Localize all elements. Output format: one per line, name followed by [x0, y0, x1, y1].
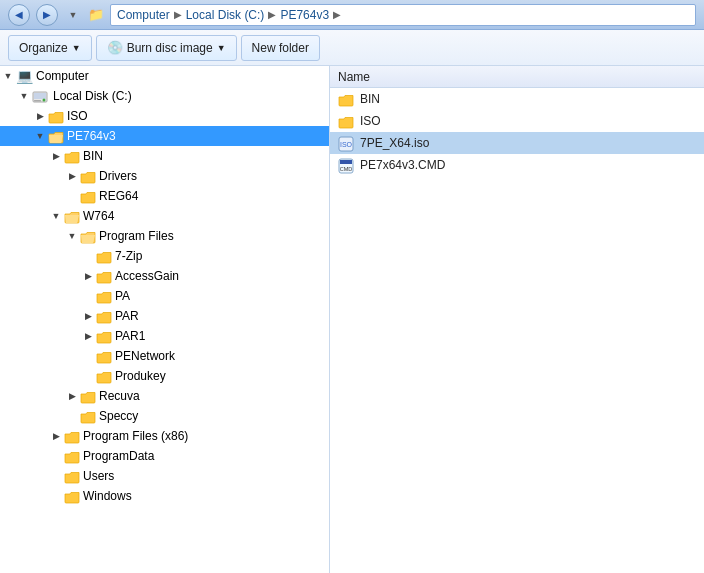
tree-item-iso[interactable]: ▶ ISO: [0, 106, 329, 126]
folder-icon-computer: 💻: [16, 68, 33, 84]
tree-item-par1[interactable]: ▶ PAR1: [0, 326, 329, 346]
svg-text:CMD: CMD: [340, 166, 353, 172]
expand-btn-par1[interactable]: ▶: [80, 328, 96, 344]
dropdown-arrow[interactable]: ▼: [64, 6, 82, 24]
tree-label-local-disk: Local Disk (C:): [53, 89, 132, 103]
file-item-3[interactable]: CMD PE7x64v3.CMD: [330, 154, 704, 176]
expand-btn-program-files[interactable]: ▼: [64, 228, 80, 244]
file-name-3: PE7x64v3.CMD: [360, 158, 445, 172]
tree-item-produkey[interactable]: Produkey: [0, 366, 329, 386]
tree-item-local-disk[interactable]: ▼ Local Disk (C:): [0, 86, 329, 106]
tree-item-program-files[interactable]: ▼ Program Files: [0, 226, 329, 246]
breadcrumb-computer[interactable]: Computer: [117, 8, 170, 22]
folder-icon-w764: [64, 208, 80, 224]
file-item-1[interactable]: ISO: [330, 110, 704, 132]
tree-label-iso: ISO: [67, 109, 88, 123]
tree-item-7zip[interactable]: 7-Zip: [0, 246, 329, 266]
tree-item-users[interactable]: Users: [0, 466, 329, 486]
folder-icon-users: [64, 468, 80, 484]
breadcrumb-pe764v3[interactable]: PE764v3: [280, 8, 329, 22]
breadcrumb-local-disk[interactable]: Local Disk (C:): [186, 8, 265, 22]
tree-label-w764: W764: [83, 209, 114, 223]
sep1: ▶: [174, 9, 182, 20]
tree-item-bin[interactable]: ▶ BIN: [0, 146, 329, 166]
file-panel: Name BIN ISO ISO 7PE_X64.iso CMD PE7x64v…: [330, 66, 704, 573]
new-folder-button[interactable]: New folder: [241, 35, 320, 61]
tree-item-windows[interactable]: Windows: [0, 486, 329, 506]
back-button[interactable]: ◀: [8, 4, 30, 26]
tree-item-pe764v3[interactable]: ▼ PE764v3: [0, 126, 329, 146]
folder-icon-programdata: [64, 448, 80, 464]
file-name-2: 7PE_X64.iso: [360, 136, 429, 150]
tree-label-windows: Windows: [83, 489, 132, 503]
tree-label-par1: PAR1: [115, 329, 145, 343]
tree-label-computer: Computer: [36, 69, 89, 83]
address-folder-icon: 📁: [88, 7, 104, 22]
tree-item-pa[interactable]: PA: [0, 286, 329, 306]
organize-button[interactable]: Organize ▼: [8, 35, 92, 61]
tree-item-par[interactable]: ▶ PAR: [0, 306, 329, 326]
tree-label-recuva: Recuva: [99, 389, 140, 403]
tree-label-7zip: 7-Zip: [115, 249, 142, 263]
folder-icon-program-files-x86: [64, 428, 80, 444]
folder-icon-accessgain: [96, 268, 112, 284]
burn-label: Burn disc image: [127, 41, 213, 55]
file-col-header: Name: [330, 66, 704, 88]
tree-panel: ▼💻Computer▼ Local Disk (C:)▶ ISO▼ PE764v…: [0, 66, 330, 573]
tree-item-w764[interactable]: ▼ W764: [0, 206, 329, 226]
file-name-0: BIN: [360, 92, 380, 106]
tree-item-accessgain[interactable]: ▶ AccessGain: [0, 266, 329, 286]
organize-label: Organize: [19, 41, 68, 55]
expand-btn-program-files-x86[interactable]: ▶: [48, 428, 64, 444]
folder-icon-drivers: [80, 168, 96, 184]
tree-item-speccy[interactable]: Speccy: [0, 406, 329, 426]
folder-icon-pa: [96, 288, 112, 304]
file-item-2[interactable]: ISO 7PE_X64.iso: [330, 132, 704, 154]
tree-label-accessgain: AccessGain: [115, 269, 179, 283]
expand-btn-local-disk[interactable]: ▼: [16, 88, 32, 104]
toolbar: Organize ▼ 💿 Burn disc image ▼ New folde…: [0, 30, 704, 66]
expand-btn-drivers[interactable]: ▶: [64, 168, 80, 184]
new-folder-label: New folder: [252, 41, 309, 55]
tree-item-programdata[interactable]: ProgramData: [0, 446, 329, 466]
tree-label-program-files: Program Files: [99, 229, 174, 243]
burn-button[interactable]: 💿 Burn disc image ▼: [96, 35, 237, 61]
svg-text:ISO: ISO: [340, 141, 353, 148]
svg-point-2: [43, 98, 46, 101]
folder-icon-program-files: [80, 228, 96, 244]
tree-item-reg64[interactable]: REG64: [0, 186, 329, 206]
tree-label-reg64: REG64: [99, 189, 138, 203]
tree-label-users: Users: [83, 469, 114, 483]
folder-icon-penetwork: [96, 348, 112, 364]
folder-icon-iso: [48, 108, 64, 124]
tree-item-computer[interactable]: ▼💻Computer: [0, 66, 329, 86]
tree-label-program-files-x86: Program Files (x86): [83, 429, 188, 443]
expand-btn-bin[interactable]: ▶: [48, 148, 64, 164]
sep3: ▶: [333, 9, 341, 20]
tree-item-drivers[interactable]: ▶ Drivers: [0, 166, 329, 186]
expand-btn-w764[interactable]: ▼: [48, 208, 64, 224]
expand-btn-pe764v3[interactable]: ▼: [32, 128, 48, 144]
file-name-1: ISO: [360, 114, 381, 128]
tree-item-program-files-x86[interactable]: ▶ Program Files (x86): [0, 426, 329, 446]
svg-rect-1: [34, 93, 46, 99]
expand-btn-par[interactable]: ▶: [80, 308, 96, 324]
expand-btn-recuva[interactable]: ▶: [64, 388, 80, 404]
folder-icon-produkey: [96, 368, 112, 384]
main-area: ▼💻Computer▼ Local Disk (C:)▶ ISO▼ PE764v…: [0, 66, 704, 573]
burn-arrow: ▼: [217, 43, 226, 53]
address-bar[interactable]: Computer ▶ Local Disk (C:) ▶ PE764v3 ▶: [110, 4, 696, 26]
folder-icon-7zip: [96, 248, 112, 264]
tree-item-recuva[interactable]: ▶ Recuva: [0, 386, 329, 406]
tree-label-par: PAR: [115, 309, 139, 323]
file-item-0[interactable]: BIN: [330, 88, 704, 110]
tree-item-penetwork[interactable]: PENetwork: [0, 346, 329, 366]
folder-icon-speccy: [80, 408, 96, 424]
folder-icon-windows: [64, 488, 80, 504]
tree-label-drivers: Drivers: [99, 169, 137, 183]
file-icon-1: [338, 113, 354, 129]
expand-btn-computer[interactable]: ▼: [0, 68, 16, 84]
expand-btn-accessgain[interactable]: ▶: [80, 268, 96, 284]
expand-btn-iso[interactable]: ▶: [32, 108, 48, 124]
forward-button[interactable]: ▶: [36, 4, 58, 26]
